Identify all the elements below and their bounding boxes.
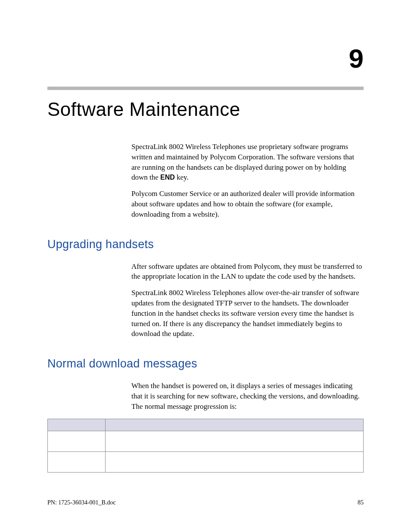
page-footer: PN: 1725-36034-001_B.doc 85: [47, 499, 364, 506]
table-header-1: [48, 419, 106, 431]
footer-page-number: 85: [358, 499, 364, 506]
table-row: [48, 451, 364, 472]
title-rule: [47, 87, 364, 90]
table-cell: [48, 451, 106, 472]
end-key-label: END: [160, 174, 175, 181]
intro-paragraph-2: Polycom Customer Service or an authorize…: [131, 189, 364, 219]
table-cell: [48, 431, 106, 451]
section-heading-download: Normal download messages: [47, 357, 364, 370]
message-table: [47, 419, 364, 473]
table-header-2: [106, 419, 364, 431]
intro-paragraph-1: SpectraLink 8002 Wireless Telephones use…: [131, 142, 364, 183]
intro-p1-b: key.: [175, 173, 189, 181]
chapter-number: 9: [47, 43, 364, 74]
table-cell: [106, 431, 364, 451]
footer-part-number: PN: 1725-36034-001_B.doc: [47, 499, 116, 506]
upgrading-paragraph-2: SpectraLink 8002 Wireless Telephones all…: [131, 288, 364, 339]
table-header-row: [48, 419, 364, 431]
download-paragraph-1: When the handset is powered on, it displ…: [131, 381, 364, 411]
chapter-title: Software Maintenance: [47, 99, 364, 120]
section-heading-upgrading: Upgrading handsets: [47, 238, 364, 251]
table-row: [48, 431, 364, 451]
table-cell: [106, 451, 364, 472]
upgrading-paragraph-1: After software updates are obtained from…: [131, 261, 364, 282]
